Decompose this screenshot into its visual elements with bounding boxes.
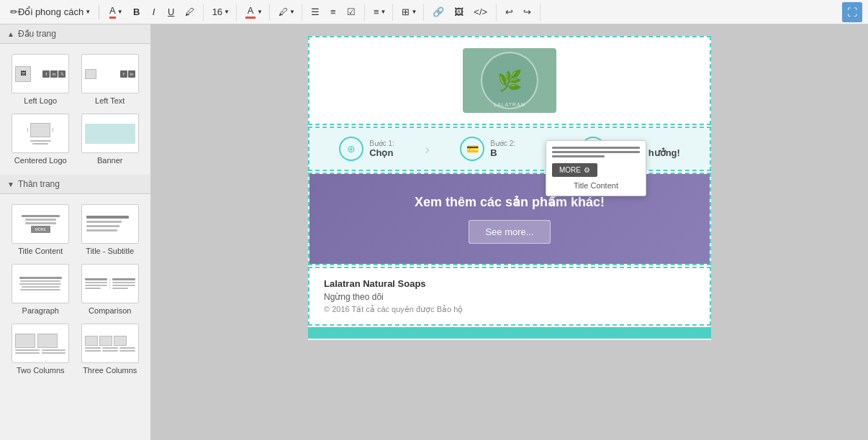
undo-btn[interactable]: ↩	[501, 4, 517, 21]
sidebar-item-three-columns[interactable]: Three Columns	[76, 319, 145, 379]
redo-btn[interactable]: ↪	[519, 4, 535, 21]
three-col-img2	[99, 336, 112, 346]
sidebar-item-label: Title Content	[18, 247, 63, 255]
thumb-tw-icon: 𝕏	[58, 70, 65, 78]
unordered-list-btn[interactable]: ☰	[307, 4, 324, 21]
thumb-fb-icon: f	[42, 70, 50, 78]
step-divider-1: ›	[425, 141, 430, 157]
highlight-icon: 🖊	[279, 6, 288, 17]
footer-company: Lalatran Natural Soaps	[324, 278, 695, 289]
underline-btn[interactable]: U	[163, 4, 179, 21]
history-group: ↩ ↪	[501, 4, 541, 21]
comparison-thumb	[81, 264, 139, 303]
style-picker-btn[interactable]: ✏ Đổi phong cách ▼	[6, 4, 93, 21]
step-1-icon: ⊕	[339, 137, 363, 161]
list-group: ☰ ≡ ☑	[307, 4, 365, 21]
tooltip-lines	[552, 147, 640, 157]
expand-icon: ⛶	[847, 6, 857, 18]
sidebar-item-two-columns[interactable]: Two Columns	[6, 319, 76, 379]
align-btn[interactable]: ≡ ▼	[369, 4, 389, 21]
ordered-list-btn[interactable]: ≡	[325, 4, 341, 21]
cta-canvas-section[interactable]: Xem thêm các sản phẩm khác! See more...	[308, 173, 711, 265]
sidebar-item-left-logo[interactable]: 🖼 f in 𝕏 Left Logo	[6, 50, 76, 109]
footer-unsubscribe: Ngừng theo dõi	[324, 292, 695, 302]
left-logo-thumb: 🖼 f in 𝕏	[12, 54, 69, 93]
sidebar-item-label: Three Columns	[83, 366, 137, 375]
tooltip-gear-icon: ⚙	[584, 166, 590, 174]
logo-leaf-icon: 🌿	[497, 69, 523, 93]
thumb-text-img	[85, 69, 96, 79]
sidebar-body-grid: MORE Title Content Title - Subtitle	[0, 194, 150, 385]
format-group: A ▼ B I U 🖊	[105, 4, 204, 21]
thumb-in2-icon: in	[128, 70, 135, 78]
pencil-icon: ✏	[10, 6, 18, 17]
font-color-group: A ▼	[241, 4, 270, 21]
sidebar-item-paragraph[interactable]: Paragraph	[6, 260, 76, 319]
sidebar-item-centered-logo[interactable]: Centered Logo	[6, 109, 76, 169]
step-2: 💳 Bước 2: B	[460, 137, 515, 161]
title-content-thumb: MORE	[12, 204, 69, 244]
highlight-color-btn[interactable]: 🖊 ▼	[274, 4, 297, 21]
cta-title: Xem thêm các sản phẩm khác!	[324, 194, 695, 210]
title-subtitle-thumb	[81, 204, 139, 244]
sidebar-item-title-content[interactable]: MORE Title Content	[6, 200, 76, 260]
banner-thumb	[81, 114, 139, 153]
bottom-bar-section	[308, 327, 711, 339]
cta-button[interactable]: See more...	[469, 220, 550, 244]
thumb-center-logo-img	[30, 123, 50, 137]
expand-btn[interactable]: ⛶	[842, 2, 862, 22]
tooltip-more-btn[interactable]: MORE ⚙	[552, 163, 597, 177]
sidebar-header-grid: 🖼 f in 𝕏 Left Logo	[0, 44, 150, 175]
three-col-img1	[85, 336, 98, 346]
sidebar-item-label: Left Logo	[24, 96, 57, 105]
sidebar-header-section[interactable]: ▲ Đầu trang	[0, 24, 150, 44]
steps-canvas-section[interactable]: ⊕ Bước 1: Chọn › 💳 Bước 2: B	[308, 127, 711, 171]
sidebar-body-section[interactable]: ▼ Thân trang	[0, 175, 150, 194]
separator-1	[99, 5, 99, 19]
sidebar-item-title-subtitle[interactable]: Title - Subtitle	[76, 200, 145, 260]
thumb-more-btn: MORE	[31, 226, 50, 233]
highlight-btn[interactable]: 🖊	[181, 4, 199, 21]
logo-text: LALATRAN	[494, 102, 525, 107]
three-columns-thumb	[81, 324, 139, 363]
left-text-thumb: f in	[81, 54, 139, 93]
table-icon: ⊞	[402, 6, 410, 17]
align-group: ≡ ▼	[369, 4, 394, 21]
header-canvas-section[interactable]: 🌿 LALATRAN	[308, 36, 711, 125]
paragraph-thumb	[12, 264, 69, 303]
font-size-group: 16 ▼	[208, 4, 237, 21]
highlight-color-group: 🖊 ▼	[274, 4, 302, 21]
thumb-logo-img: 🖼	[15, 66, 31, 82]
sidebar: ▲ Đầu trang 🖼 f in 𝕏 Left Logo	[0, 24, 151, 440]
logo-container: 🌿 LALATRAN	[463, 48, 556, 113]
link-btn[interactable]: 🔗	[428, 4, 448, 21]
align-icon: ≡	[374, 6, 379, 17]
sidebar-item-comparison[interactable]: Comparison	[76, 260, 145, 319]
italic-btn[interactable]: I	[146, 4, 162, 21]
two-col-img1	[15, 334, 35, 348]
sidebar-item-label: Left Text	[95, 96, 125, 105]
sidebar-item-label: Banner	[97, 156, 122, 165]
logo-section: 🌿 LALATRAN	[309, 37, 710, 124]
sidebar-item-left-text[interactable]: f in Left Text	[76, 50, 145, 109]
image-btn[interactable]: 🖼	[450, 4, 468, 21]
text-color-indicator: A	[109, 5, 116, 19]
checkbox-btn[interactable]: ☑	[343, 4, 360, 21]
table-group: ⊞ ▼	[397, 4, 424, 21]
font-size-btn[interactable]: 16 ▼	[208, 4, 232, 21]
sidebar-item-label: Comparison	[89, 306, 131, 315]
section-collapse-arrow: ▲	[7, 30, 14, 38]
bold-btn[interactable]: B	[129, 4, 145, 21]
tooltip-popup[interactable]: MORE ⚙ Title Content	[546, 140, 646, 196]
step-2-icon: 💳	[460, 137, 484, 161]
step-2-label: B	[490, 147, 515, 158]
footer-canvas-section[interactable]: Lalatran Natural Soaps Ngừng theo dõi © …	[308, 267, 711, 326]
font-color-btn[interactable]: A ▼	[241, 4, 265, 21]
text-color-btn[interactable]: A ▼	[105, 4, 127, 21]
three-col-img3	[114, 336, 127, 346]
sidebar-item-label: Centered Logo	[14, 156, 67, 165]
table-btn[interactable]: ⊞ ▼	[397, 4, 419, 21]
sidebar-item-banner[interactable]: Banner	[76, 109, 145, 169]
style-label: Đổi phong cách	[18, 6, 83, 17]
code-btn[interactable]: </>	[469, 4, 492, 21]
